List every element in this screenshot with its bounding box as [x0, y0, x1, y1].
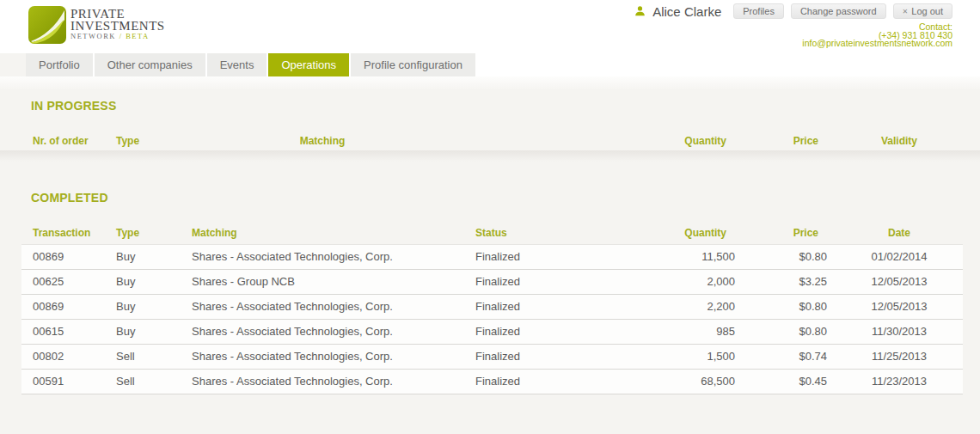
- change-password-button-label: Change password: [800, 6, 877, 16]
- cell-price: $0.80: [744, 294, 836, 319]
- cell-type: Sell: [105, 369, 181, 394]
- column-header-validity: Validity: [836, 131, 963, 150]
- brand-wordmark: PRIVATE INVESTMENTS NETWORK / BETA: [70, 6, 165, 41]
- cell-status: Finalized: [464, 269, 671, 294]
- user-icon: [634, 5, 646, 17]
- profiles-button-label: Profiles: [743, 6, 775, 16]
- cell-type: Buy: [105, 319, 181, 344]
- cell-price: $0.74: [744, 344, 836, 369]
- nav-tabs: PortfolioOther companiesEventsOperations…: [26, 53, 980, 76]
- brand-logo-icon: [28, 6, 66, 44]
- cell-matching: Shares - Associated Technologies, Corp.: [181, 369, 464, 394]
- cell-quantity: 2,200: [671, 294, 744, 319]
- user-area: Alice Clarke Profiles Change password ✕L…: [634, 3, 952, 48]
- table-row: 00591SellShares - Associated Technologie…: [21, 369, 963, 394]
- column-header-quantity: Quantity: [671, 131, 744, 150]
- brand-line-2: INVESTMENTS: [70, 20, 165, 32]
- column-header-matching: Matching: [181, 222, 464, 244]
- cell-price: $3.25: [744, 269, 836, 294]
- column-header-spacer: [464, 131, 671, 150]
- column-header-matching: Matching: [181, 131, 464, 150]
- cell-type: Buy: [105, 269, 181, 294]
- cell-date: 11/30/2013: [836, 319, 963, 344]
- cell-quantity: 2,000: [671, 269, 744, 294]
- table-row: 00802SellShares - Associated Technologie…: [21, 344, 963, 369]
- completed-table: TransactionTypeMatchingStatusQuantityPri…: [21, 222, 963, 394]
- tabbar-fade: [0, 76, 980, 90]
- logout-button[interactable]: ✕Log out: [893, 3, 952, 19]
- top-header: PRIVATE INVESTMENTS NETWORK / BETA Alice…: [0, 0, 980, 53]
- tab-portfolio[interactable]: Portfolio: [26, 53, 93, 76]
- change-password-button[interactable]: Change password: [791, 3, 886, 19]
- cell-date: 12/05/2013: [836, 294, 963, 319]
- logout-button-label: Log out: [911, 6, 943, 16]
- cell-status: Finalized: [464, 319, 671, 344]
- column-header-transaction: Transaction: [21, 222, 105, 244]
- brand-line-1: PRIVATE: [70, 8, 165, 20]
- in-progress-title: IN PROGRESS: [31, 99, 980, 113]
- cell-transaction: 00615: [21, 319, 105, 344]
- brand-logo[interactable]: PRIVATE INVESTMENTS NETWORK / BETA: [28, 6, 165, 44]
- cell-quantity: 68,500: [671, 369, 744, 394]
- column-header-type: Type: [105, 222, 181, 244]
- completed-header-row: TransactionTypeMatchingStatusQuantityPri…: [21, 222, 963, 244]
- completed-table-body: 00869BuyShares - Associated Technologies…: [21, 244, 963, 394]
- table-row: 00869BuyShares - Associated Technologies…: [21, 244, 963, 269]
- cell-quantity: 11,500: [671, 244, 744, 269]
- cell-matching: Shares - Group NCB: [181, 269, 464, 294]
- cell-transaction: 00591: [21, 369, 105, 394]
- cell-transaction: 00869: [21, 244, 105, 269]
- cell-date: 11/25/2013: [836, 344, 963, 369]
- tab-other-companies[interactable]: Other companies: [95, 53, 205, 76]
- cell-transaction: 00802: [21, 344, 105, 369]
- in-progress-header-row: Nr. of orderTypeMatchingQuantityPriceVal…: [21, 131, 963, 150]
- tab-events[interactable]: Events: [207, 53, 267, 76]
- cell-status: Finalized: [464, 294, 671, 319]
- cell-status: Finalized: [464, 369, 671, 394]
- column-header-nr-of-order: Nr. of order: [21, 131, 105, 150]
- brand-network-label: NETWORK: [70, 32, 119, 40]
- cell-quantity: 985: [671, 319, 744, 344]
- brand-beta-label: BETA: [126, 32, 150, 40]
- cell-matching: Shares - Associated Technologies, Corp.: [181, 344, 464, 369]
- cell-quantity: 1,500: [671, 344, 744, 369]
- cell-matching: Shares - Associated Technologies, Corp.: [181, 244, 464, 269]
- cell-date: 01/02/2014: [836, 244, 963, 269]
- in-progress-table: Nr. of orderTypeMatchingQuantityPriceVal…: [21, 131, 963, 150]
- column-header-type: Type: [105, 131, 181, 150]
- user-name: Alice Clarke: [652, 4, 721, 19]
- cell-matching: Shares - Associated Technologies, Corp.: [181, 294, 464, 319]
- column-header-quantity: Quantity: [671, 222, 744, 244]
- cell-status: Finalized: [464, 344, 671, 369]
- cell-date: 12/05/2013: [836, 269, 963, 294]
- column-header-date: Date: [836, 222, 963, 244]
- table-row: 00625BuyShares - Group NCBFinalized2,000…: [21, 269, 963, 294]
- cell-price: $0.80: [744, 244, 836, 269]
- column-header-status: Status: [464, 222, 671, 244]
- cell-date: 11/23/2013: [836, 369, 963, 394]
- table-row: 00869BuyShares - Associated Technologies…: [21, 294, 963, 319]
- main-content: IN PROGRESS Nr. of orderTypeMatchingQuan…: [0, 76, 980, 394]
- completed-title: COMPLETED: [31, 191, 980, 205]
- in-progress-section-shadow: [0, 150, 980, 162]
- column-header-price: Price: [744, 222, 836, 244]
- cell-type: Buy: [105, 294, 181, 319]
- cell-matching: Shares - Associated Technologies, Corp.: [181, 319, 464, 344]
- cell-type: Buy: [105, 244, 181, 269]
- cell-price: $0.45: [744, 369, 836, 394]
- user-row: Alice Clarke Profiles Change password ✕L…: [634, 3, 952, 19]
- tab-operations[interactable]: Operations: [268, 53, 349, 76]
- brand-beta-sep: /: [119, 32, 126, 40]
- contact-block: Contact: (+34) 931 810 430 info@privatei…: [634, 23, 952, 48]
- page: PRIVATE INVESTMENTS NETWORK / BETA Alice…: [0, 0, 980, 434]
- table-row: 00615BuyShares - Associated Technologies…: [21, 319, 963, 344]
- logout-x-icon: ✕: [903, 8, 909, 15]
- column-header-price: Price: [744, 131, 836, 150]
- cell-type: Sell: [105, 344, 181, 369]
- contact-email-link[interactable]: info@privateinvestmentsnetwork.com: [802, 38, 952, 48]
- cell-status: Finalized: [464, 244, 671, 269]
- cell-transaction: 00625: [21, 269, 105, 294]
- tab-profile-configuration[interactable]: Profile configuration: [351, 53, 475, 76]
- profiles-button[interactable]: Profiles: [733, 3, 784, 19]
- brand-line-3: NETWORK / BETA: [70, 32, 165, 41]
